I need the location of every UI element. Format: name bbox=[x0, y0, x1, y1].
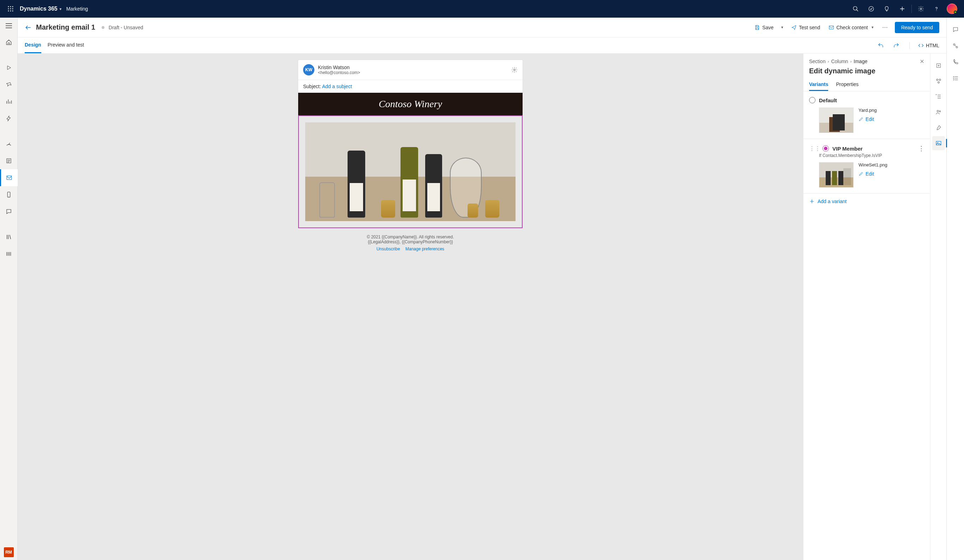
svg-point-19 bbox=[514, 69, 516, 71]
pencil-icon bbox=[858, 117, 863, 122]
tab-preview[interactable]: Preview and test bbox=[48, 37, 84, 53]
redo-icon bbox=[893, 42, 899, 49]
designer-canvas[interactable]: KW Kristin Watson <hello@contoso.com> Su… bbox=[18, 54, 803, 560]
command-bar: Marketing email 1 Draft - Unsaved Save ▾… bbox=[18, 18, 946, 37]
brand-band[interactable]: Contoso Winery bbox=[298, 93, 523, 115]
lightbulb-button[interactable] bbox=[879, 0, 894, 18]
chat-icon bbox=[6, 208, 12, 215]
variant-thumbnail[interactable] bbox=[819, 107, 853, 133]
search-button[interactable] bbox=[848, 0, 863, 18]
add-variant-button[interactable]: Add a variant bbox=[803, 193, 930, 209]
nav-emails[interactable] bbox=[0, 169, 18, 186]
bc-column[interactable]: Column bbox=[831, 58, 848, 64]
hero-image bbox=[305, 122, 516, 221]
gear-icon bbox=[511, 67, 518, 73]
add-subject-link[interactable]: Add a subject bbox=[322, 84, 352, 89]
nav-forms[interactable] bbox=[0, 153, 18, 169]
toolbox-sections[interactable] bbox=[932, 89, 945, 104]
test-send-button[interactable]: Test send bbox=[789, 23, 822, 32]
hamburger-button[interactable] bbox=[0, 18, 18, 34]
pane-tabs: Variants Properties bbox=[803, 79, 930, 91]
checkmark-circle-icon bbox=[868, 6, 874, 12]
close-pane-button[interactable] bbox=[920, 59, 925, 64]
nav-sms[interactable] bbox=[0, 186, 18, 203]
html-view-button[interactable]: HTML bbox=[918, 43, 939, 48]
subject-row[interactable]: Subject: Add a subject bbox=[298, 80, 523, 93]
chat-icon bbox=[953, 26, 959, 33]
plus-icon bbox=[899, 6, 905, 12]
add-panel-icon bbox=[936, 63, 941, 68]
variant-more-button[interactable]: ⋮ bbox=[918, 144, 925, 153]
mail-icon bbox=[6, 175, 12, 181]
status-dot bbox=[102, 26, 104, 29]
nav-channels[interactable] bbox=[0, 135, 18, 153]
settings-button[interactable] bbox=[913, 0, 929, 18]
tab-variants[interactable]: Variants bbox=[809, 79, 828, 91]
help-button[interactable] bbox=[929, 0, 944, 18]
variant-radio[interactable] bbox=[822, 145, 829, 152]
nav-push[interactable] bbox=[0, 203, 18, 220]
agent-chat-button[interactable] bbox=[948, 23, 962, 37]
area-switcher[interactable]: RM bbox=[4, 547, 14, 557]
nav-audience[interactable] bbox=[0, 245, 18, 262]
app-launcher-button[interactable] bbox=[4, 6, 17, 11]
check-content-button[interactable]: Check content ▾ bbox=[826, 23, 876, 32]
back-button[interactable] bbox=[25, 24, 32, 31]
svg-point-0 bbox=[8, 6, 9, 7]
nav-assets[interactable] bbox=[0, 229, 18, 245]
svg-rect-15 bbox=[7, 176, 11, 180]
code-icon bbox=[918, 43, 924, 48]
waffle-icon bbox=[8, 6, 13, 11]
task-list-button[interactable] bbox=[948, 71, 962, 85]
svg-point-23 bbox=[938, 82, 939, 84]
nav-triggers[interactable] bbox=[0, 110, 18, 127]
link-icon bbox=[953, 43, 959, 49]
page-title: Marketing email 1 bbox=[36, 23, 95, 31]
account-button[interactable] bbox=[944, 0, 960, 18]
svg-point-13 bbox=[8, 144, 9, 144]
tab-design[interactable]: Design bbox=[25, 37, 41, 53]
selected-image-block[interactable] bbox=[298, 115, 523, 228]
toolbox-elements[interactable] bbox=[932, 74, 945, 88]
call-button[interactable] bbox=[948, 55, 962, 69]
email-settings-button[interactable] bbox=[511, 67, 518, 73]
task-button[interactable] bbox=[863, 0, 879, 18]
svg-point-11 bbox=[869, 6, 874, 11]
add-button[interactable] bbox=[894, 0, 910, 18]
drag-handle[interactable]: ⋮⋮ bbox=[809, 145, 821, 152]
nav-journeys[interactable] bbox=[0, 76, 18, 93]
nav-home[interactable] bbox=[0, 34, 18, 51]
product-switcher[interactable]: Dynamics 365 ▾ bbox=[20, 6, 61, 12]
nav-get-started[interactable] bbox=[0, 59, 18, 76]
nav-analytics[interactable] bbox=[0, 93, 18, 110]
chevron-down-icon: ▾ bbox=[60, 7, 61, 11]
toolbox-image[interactable] bbox=[932, 136, 945, 150]
unsubscribe-link[interactable]: Unsubscribe bbox=[376, 247, 400, 252]
chevron-down-icon: ▾ bbox=[781, 25, 783, 29]
relationship-button[interactable] bbox=[948, 39, 962, 53]
edit-variant-button[interactable]: Edit bbox=[858, 116, 877, 122]
undo-button[interactable] bbox=[876, 41, 885, 50]
home-icon bbox=[6, 39, 12, 45]
tab-properties[interactable]: Properties bbox=[836, 79, 858, 91]
bc-section[interactable]: Section bbox=[809, 58, 826, 64]
toolbox-personalization[interactable] bbox=[932, 105, 945, 119]
toolbox-styles[interactable] bbox=[932, 121, 945, 135]
more-commands-button[interactable]: ⋯ bbox=[880, 24, 891, 31]
redo-button[interactable] bbox=[892, 41, 901, 50]
toolbox-expand[interactable] bbox=[932, 58, 945, 73]
save-split-button[interactable]: ▾ bbox=[780, 24, 785, 31]
variant-condition: If Contact.MembershipType.IsVIP bbox=[819, 153, 925, 158]
lightbulb-icon bbox=[884, 6, 890, 12]
manage-preferences-link[interactable]: Manage preferences bbox=[405, 247, 444, 252]
variant-filename: Yard.png bbox=[858, 107, 877, 113]
edit-variant-button[interactable]: Edit bbox=[858, 171, 887, 177]
variant-filename: WineSet1.png bbox=[858, 162, 887, 167]
brush-icon bbox=[935, 125, 942, 131]
area-name[interactable]: Marketing bbox=[66, 6, 88, 11]
variant-thumbnail[interactable] bbox=[819, 162, 853, 188]
svg-point-22 bbox=[939, 79, 941, 81]
variant-radio[interactable] bbox=[809, 97, 816, 103]
save-button[interactable]: Save bbox=[752, 23, 775, 32]
ready-to-send-button[interactable]: Ready to send bbox=[895, 22, 939, 33]
